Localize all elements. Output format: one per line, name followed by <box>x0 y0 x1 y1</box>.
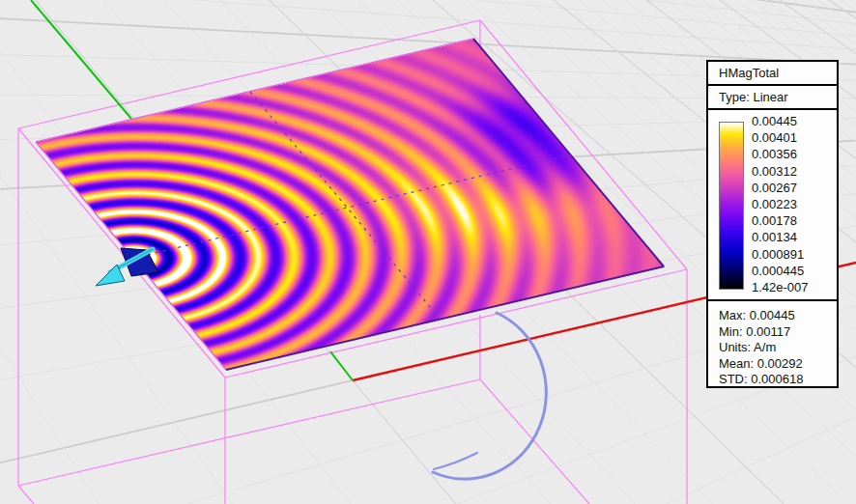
stat-line: STD: 0.000618 <box>719 372 837 388</box>
plot-center-dashed-lines <box>133 92 571 320</box>
scale-label: 0.00356 <box>752 147 835 162</box>
stat-line: Units: A/m <box>719 340 837 356</box>
box-bottom-edge <box>18 379 480 486</box>
box-top-edge <box>225 269 687 378</box>
colorbar-section: 0.004450.004010.003560.003120.002670.002… <box>708 110 837 301</box>
scale-label: 0.00445 <box>752 114 835 129</box>
box-top-edge <box>18 20 480 128</box>
plot-edge-right <box>473 39 664 266</box>
box-top-edge <box>18 128 225 378</box>
plot-center-dashed-line <box>133 154 571 258</box>
scale-label: 0.00134 <box>752 230 835 245</box>
scale-label: 0.00178 <box>752 213 835 229</box>
scale-label: 0.000445 <box>752 264 835 279</box>
box-bottom-edge <box>480 379 589 504</box>
scale-label: 1.42e-007 <box>752 280 835 295</box>
legend-title: HMagTotal <box>708 62 837 86</box>
plot-edge-bottom <box>226 266 664 370</box>
air-box-wireframe <box>18 20 687 504</box>
colorbar-labels: 0.004450.004010.003560.003120.002670.002… <box>752 114 835 295</box>
plot-center-dashed-line <box>250 92 441 320</box>
blue-arc-tail <box>434 453 477 469</box>
stat-line: Max: 0.00445 <box>719 308 837 324</box>
scale-label: 0.00267 <box>752 181 835 196</box>
stat-line: Mean: 0.00292 <box>719 356 837 373</box>
z-axis-line <box>31 0 131 119</box>
stat-line: Min: 0.00117 <box>719 324 837 341</box>
scale-label: 0.00312 <box>752 164 835 180</box>
legend-stats: Max: 0.00445Min: 0.00117Units: A/mMean: … <box>708 301 837 388</box>
plot-edge-top-left <box>36 39 473 142</box>
colorbar-gradient <box>719 122 744 290</box>
legend-scale-type: Type: Linear <box>708 86 837 110</box>
scale-label: 0.00223 <box>752 197 835 212</box>
blue-arc-curve <box>433 313 546 479</box>
z-axis-line <box>330 351 353 380</box>
plot-plane-edges <box>36 39 664 370</box>
box-top-edge <box>480 20 687 269</box>
legend-panel[interactable]: HMagTotal Type: Linear 0.004450.004010.0… <box>706 60 839 388</box>
3d-viewport[interactable]: HMagTotal Type: Linear 0.004450.004010.0… <box>0 0 856 504</box>
scale-label: 0.000891 <box>752 247 835 263</box>
box-bottom-edge <box>18 486 34 504</box>
scale-label: 0.00401 <box>752 130 835 146</box>
blue-arc <box>433 313 546 479</box>
